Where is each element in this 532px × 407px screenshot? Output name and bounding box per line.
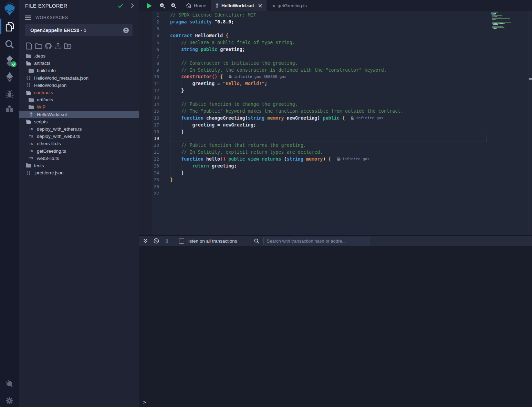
- upload-file-icon[interactable]: [54, 42, 62, 50]
- code-line-24[interactable]: 24 }: [139, 169, 532, 176]
- clone-github-icon[interactable]: [45, 42, 52, 50]
- code-line-4[interactable]: 4contract HelloWorld {: [139, 32, 532, 39]
- tree-item-.deps[interactable]: .deps: [19, 52, 139, 60]
- create-new-file-icon[interactable]: [25, 42, 33, 50]
- create-new-folder-icon[interactable]: [35, 42, 42, 50]
- line-number: 12: [139, 88, 159, 93]
- code-line-12[interactable]: 12 }: [139, 87, 532, 94]
- line-number: 11: [139, 81, 159, 86]
- tree-item-artifacts[interactable]: artifacts: [19, 60, 139, 67]
- tree-item-artifacts[interactable]: artifacts: [19, 96, 139, 103]
- tab-label: Home: [194, 3, 206, 8]
- terminal-prompt: >: [143, 399, 146, 405]
- tab-HelloWorld.sol[interactable]: HelloWorld.sol: [211, 0, 267, 11]
- terminal-expand-icon[interactable]: [143, 238, 148, 243]
- line-number: 24: [139, 170, 159, 175]
- close-icon[interactable]: [258, 4, 262, 8]
- zoom-in-icon[interactable]: [171, 0, 177, 11]
- zoom-out-icon[interactable]: [159, 0, 165, 11]
- terminal-search-icon: [254, 238, 259, 244]
- icon-bar: [0, 0, 19, 407]
- code-line-8[interactable]: 8 // Constructor to initialize the greet…: [139, 60, 532, 67]
- code-line-6[interactable]: 6 string public greeting;: [139, 46, 532, 53]
- tree-item-web3-lib.ts[interactable]: TSweb3-lib.ts: [19, 155, 139, 162]
- line-number: 3: [139, 26, 159, 31]
- tree-item-tests[interactable]: tests: [19, 162, 139, 169]
- code-line-15[interactable]: 15 // The "public" keyword makes the fun…: [139, 108, 532, 114]
- code-line-10[interactable]: 10 constructor() {infinite gas 368600 ga…: [139, 73, 532, 80]
- tree-item-.prettierrc.json[interactable]: {}.prettierrc.json: [19, 169, 139, 176]
- code-line-2[interactable]: 2pragma solidity ^0.8.0;: [139, 19, 532, 26]
- terminal[interactable]: >: [139, 246, 532, 407]
- code-line-22[interactable]: 22 function hello() public view returns …: [139, 156, 532, 163]
- ts-icon: TS: [28, 142, 34, 145]
- tree-item-contracts[interactable]: contracts: [19, 89, 139, 96]
- chevron-right-icon[interactable]: [131, 3, 134, 8]
- code-line-17[interactable]: 17 greeting = newGreeting;: [139, 121, 532, 128]
- gas-estimate-hint: infinite gas: [351, 116, 383, 120]
- code-line-1[interactable]: 1// SPDX-License-Identifier: MIT: [139, 12, 532, 19]
- code-line-25[interactable]: 25}: [139, 176, 532, 183]
- search-icon[interactable]: [0, 39, 19, 50]
- plugin-manager-icon[interactable]: [0, 379, 19, 389]
- code-line-14[interactable]: 14 // Public function to change the gree…: [139, 101, 532, 108]
- minimap[interactable]: [491, 12, 518, 32]
- tree-item-WIP[interactable]: WIP: [19, 103, 139, 111]
- code-line-7[interactable]: 7: [139, 53, 532, 60]
- tree-item-scripts[interactable]: scripts: [19, 118, 139, 125]
- code-line-5[interactable]: 5 // Declare a public field of type stri…: [139, 39, 532, 46]
- tree-item-HelloWorld.json[interactable]: {}HelloWorld.json: [19, 82, 139, 89]
- tab-label: HelloWorld.sol: [221, 3, 254, 8]
- debugger-icon[interactable]: [0, 90, 19, 99]
- folder-icon: [28, 69, 34, 73]
- tree-item-build-info[interactable]: build-info: [19, 67, 139, 74]
- code-line-26[interactable]: 26: [139, 183, 532, 190]
- workspace-ok-icon: [118, 3, 123, 8]
- line-number: 15: [139, 109, 159, 114]
- line-number: 4: [139, 33, 159, 38]
- clear-console-icon[interactable]: [154, 238, 159, 244]
- code-text: // Public function that returns the gree…: [159, 143, 306, 148]
- workspace-select[interactable]: OpenZeppelin ERC20 - 1: [25, 24, 133, 36]
- code-line-13[interactable]: 13: [139, 94, 532, 101]
- remix-logo-icon[interactable]: [0, 2, 19, 17]
- ts-icon: TS: [28, 127, 34, 131]
- settings-icon[interactable]: [0, 396, 19, 405]
- tree-item-getGreeting.ts[interactable]: TSgetGreeting.ts: [19, 147, 139, 154]
- tree-item-deploy_with_ethers.ts[interactable]: TSdeploy_with_ethers.ts: [19, 125, 139, 133]
- code-line-9[interactable]: 9 // In Solidity, the constructor is def…: [139, 67, 532, 73]
- solidity-compiler-icon[interactable]: [0, 54, 19, 68]
- code-line-20[interactable]: 20 // Public function that returns the g…: [139, 142, 532, 149]
- tree-item-label: HelloWorld.sol: [37, 112, 67, 117]
- code-line-23[interactable]: 23 return greeting;: [139, 163, 532, 170]
- line-number: 10: [139, 74, 159, 79]
- tree-item-label: WIP: [37, 104, 46, 110]
- tree-item-HelloWorld.sol[interactable]: HelloWorld.sol: [19, 111, 139, 118]
- transaction-search-input[interactable]: [263, 237, 370, 245]
- tab-Home[interactable]: Home: [181, 0, 211, 11]
- solidity-icon: [215, 3, 219, 8]
- line-number: 22: [139, 156, 159, 162]
- learneth-icon[interactable]: [0, 105, 19, 114]
- tree-item-deploy_with_web3.ts[interactable]: TSdeploy_with_web3.ts: [19, 133, 139, 140]
- file-explorer-icon[interactable]: [0, 21, 19, 33]
- code-line-3[interactable]: 3: [139, 26, 532, 32]
- upload-folder-icon[interactable]: [64, 42, 71, 50]
- code-line-18[interactable]: 18 }: [139, 128, 532, 135]
- tree-item-HelloWorld_metadata.json[interactable]: {}HelloWorld_metadata.json: [19, 74, 139, 82]
- line-number: 6: [139, 47, 159, 52]
- listen-transactions-checkbox[interactable]: [179, 238, 184, 244]
- code-editor[interactable]: 1// SPDX-License-Identifier: MIT2pragma …: [139, 11, 532, 235]
- tab-getGreeting.ts[interactable]: TSgetGreeting.ts: [267, 0, 311, 11]
- code-line-11[interactable]: 11 greeting = "Hello, World!";: [139, 80, 532, 87]
- code-line-27[interactable]: 27: [139, 190, 532, 197]
- deploy-run-icon[interactable]: [0, 72, 19, 83]
- code-text: }: [159, 177, 173, 182]
- run-script-button[interactable]: [147, 0, 152, 11]
- scrollbar-handle[interactable]: [529, 78, 532, 80]
- code-line-16[interactable]: 16 function changeGreeting(string memory…: [139, 114, 532, 121]
- code-line-21[interactable]: 21 // In Solidity, explicit return types…: [139, 149, 532, 156]
- remix-ide-window: FILE EXPLORER WORKSPACES OpenZeppelin ER…: [0, 0, 532, 407]
- tree-item-ethers-lib.ts[interactable]: TSethers-lib.ts: [19, 140, 139, 147]
- workspaces-menu-icon[interactable]: [25, 16, 31, 20]
